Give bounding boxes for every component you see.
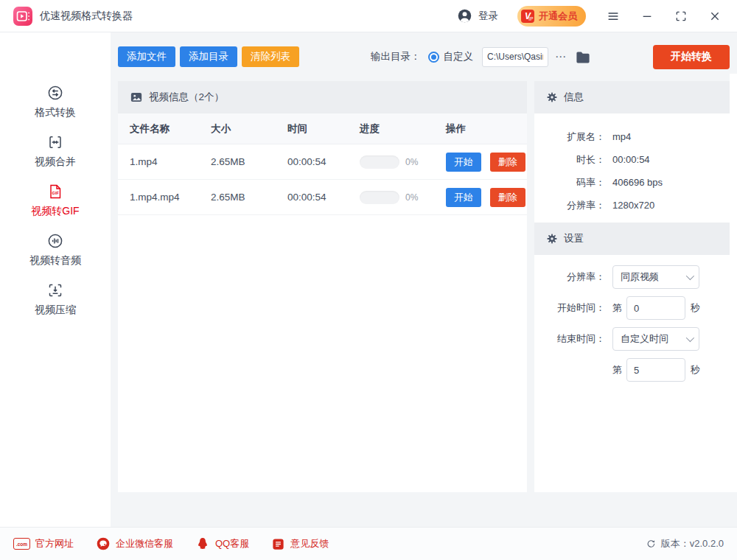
info-row-extension: 扩展名： mp4 xyxy=(534,125,730,148)
official-website-link[interactable]: .com 官方网址 xyxy=(13,537,74,550)
video-info-title: 视频信息（2个） xyxy=(149,91,224,104)
sidebar-item-label: 视频合并 xyxy=(35,155,76,169)
close-icon[interactable] xyxy=(708,10,722,23)
file-time: 00:00:54 xyxy=(287,192,360,203)
settings-section-header: 设置 xyxy=(534,223,730,255)
end-time-mode-dropdown[interactable]: 自定义时间 xyxy=(612,327,699,351)
settings-title: 设置 xyxy=(564,232,584,245)
col-filename: 文件名称 xyxy=(130,122,211,136)
footer: .com 官方网址 企业微信客服 QQ客服 意见反馈 xyxy=(0,527,737,560)
setting-start-time-row: 开始时间： 第 秒 xyxy=(534,296,730,320)
version-label: 版本：v2.0.2.0 xyxy=(661,537,724,550)
output-directory-label: 输出目录： xyxy=(371,50,421,63)
vip-icon: V IP xyxy=(521,10,534,23)
row-start-button[interactable]: 开始 xyxy=(446,153,481,172)
sidebar-item-video-to-audio[interactable]: 视频转音频 xyxy=(29,232,81,267)
maximize-icon[interactable] xyxy=(674,10,688,23)
vip-badge-ip: IP xyxy=(528,17,533,22)
image-icon xyxy=(130,91,143,104)
clear-list-button[interactable]: 清除列表 xyxy=(242,46,299,67)
format-convert-icon xyxy=(46,84,64,102)
output-directory-group: 输出目录： 自定义 ⋯ xyxy=(371,47,591,67)
app-window: 优速视频格式转换器 登录 V IP 开通会员 xyxy=(0,0,737,560)
info-title: 信息 xyxy=(564,91,584,104)
login-button[interactable]: 登录 xyxy=(457,8,498,24)
file-time: 00:00:54 xyxy=(287,156,360,167)
row-start-button[interactable]: 开始 xyxy=(446,188,481,207)
app-logo-icon xyxy=(13,7,32,26)
start-time-input[interactable] xyxy=(626,296,685,320)
minimize-icon[interactable] xyxy=(640,10,654,23)
output-path-input[interactable] xyxy=(482,47,548,67)
setting-end-value-row: 第 秒 xyxy=(534,358,730,382)
col-progress: 进度 xyxy=(360,122,446,136)
sidebar-item-video-compress[interactable]: 视频压缩 xyxy=(35,281,76,317)
qq-penguin-icon xyxy=(195,536,210,551)
info-section-header: 信息 xyxy=(534,81,730,113)
gear-icon xyxy=(546,91,558,103)
sidebar-item-label: 格式转换 xyxy=(35,106,76,119)
start-convert-button[interactable]: 开始转换 xyxy=(653,45,730,69)
info-body: 扩展名： mp4 时长： 00:00:54 码率： 406696 bps 分辨率… xyxy=(534,113,730,223)
svg-text:GIF: GIF xyxy=(52,191,60,195)
table-row[interactable]: 1.mp4.mp4 2.65MB 00:00:54 0% 开始 删除 xyxy=(118,180,527,215)
action-cell: 开始 删除 xyxy=(446,188,527,207)
sidebar-item-label: 视频转GIF xyxy=(31,205,79,218)
toolbar: 添加文件 添加目录 清除列表 输出目录： 自定义 ⋯ 开始转换 xyxy=(118,32,730,81)
file-name: 1.mp4 xyxy=(130,156,211,167)
video-compress-icon xyxy=(46,281,64,299)
menu-icon[interactable] xyxy=(607,10,620,23)
end-time-input[interactable] xyxy=(626,358,685,382)
titlebar: 优速视频格式转换器 登录 V IP 开通会员 xyxy=(0,0,737,32)
qq-service-link[interactable]: QQ客服 xyxy=(195,536,249,551)
video-merge-icon xyxy=(46,133,64,151)
resolution-dropdown[interactable]: 同原视频 xyxy=(612,265,699,289)
chevron-down-icon xyxy=(686,334,694,342)
vip-button-label: 开通会员 xyxy=(539,10,577,23)
table-row[interactable]: 1.mp4 2.65MB 00:00:54 0% 开始 删除 xyxy=(118,144,527,180)
info-row-duration: 时长： 00:00:54 xyxy=(534,148,730,171)
col-time: 时间 xyxy=(287,122,360,136)
start-unit: 秒 xyxy=(691,301,700,315)
table-column-header: 文件名称 大小 时间 进度 操作 xyxy=(118,113,527,144)
gear-icon xyxy=(546,233,558,245)
custom-radio-label[interactable]: 自定义 xyxy=(444,50,474,63)
add-file-button[interactable]: 添加文件 xyxy=(118,46,175,67)
chevron-down-icon xyxy=(686,272,694,280)
col-action: 操作 xyxy=(446,122,527,136)
progress-bar xyxy=(360,191,399,204)
sidebar-item-label: 视频压缩 xyxy=(35,304,76,317)
progress-cell: 0% xyxy=(360,155,446,169)
progress-percent: 0% xyxy=(405,192,418,203)
browse-ellipsis-button[interactable]: ⋯ xyxy=(555,50,567,63)
app-title: 优速视频格式转换器 xyxy=(40,10,133,23)
row-delete-button[interactable]: 删除 xyxy=(490,188,525,207)
info-row-resolution: 分辨率： 1280x720 xyxy=(534,194,730,217)
end-unit: 秒 xyxy=(691,363,700,377)
user-avatar-icon xyxy=(457,8,472,24)
custom-radio[interactable] xyxy=(428,52,439,63)
wechat-service-link[interactable]: 企业微信客服 xyxy=(96,536,173,551)
row-delete-button[interactable]: 删除 xyxy=(490,153,525,172)
detail-panel: 信息 扩展名： mp4 时长： 00:00:54 码率： 406696 bps … xyxy=(534,81,730,492)
sidebar-item-video-to-gif[interactable]: GIF 视频转GIF xyxy=(31,183,79,218)
add-directory-button[interactable]: 添加目录 xyxy=(180,46,237,67)
file-size: 2.65MB xyxy=(211,156,287,167)
progress-cell: 0% xyxy=(360,191,446,204)
gif-file-icon: GIF xyxy=(46,183,64,200)
info-row-bitrate: 码率： 406696 bps xyxy=(534,171,730,194)
end-prefix: 第 xyxy=(612,363,622,377)
vip-membership-button[interactable]: V IP 开通会员 xyxy=(517,6,586,27)
feedback-link[interactable]: 意见反馈 xyxy=(271,537,329,551)
version-info[interactable]: 版本：v2.0.2.0 xyxy=(646,537,724,550)
open-folder-icon[interactable] xyxy=(575,50,591,64)
login-label: 登录 xyxy=(478,10,498,23)
video-to-audio-icon xyxy=(46,232,64,250)
progress-bar xyxy=(360,155,399,169)
col-size: 大小 xyxy=(211,122,287,136)
file-size: 2.65MB xyxy=(211,192,287,203)
refresh-icon xyxy=(646,539,657,550)
sidebar-item-label: 视频转音频 xyxy=(29,254,81,267)
sidebar-item-format-convert[interactable]: 格式转换 xyxy=(35,84,76,119)
sidebar-item-video-merge[interactable]: 视频合并 xyxy=(35,133,76,169)
